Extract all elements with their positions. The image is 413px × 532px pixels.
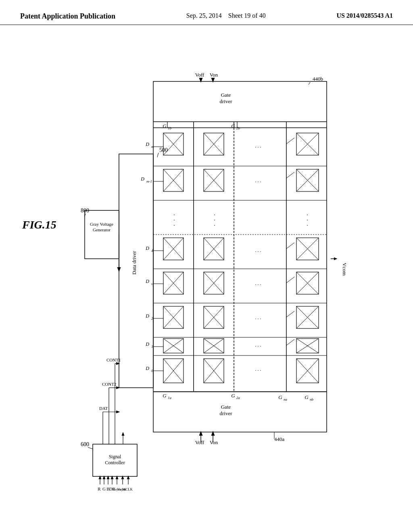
svg-text:driver: driver bbox=[219, 98, 232, 104]
svg-text:driver: driver bbox=[219, 410, 232, 416]
svg-text:. . .: . . . bbox=[255, 315, 261, 320]
svg-text:Controller: Controller bbox=[105, 460, 125, 466]
svg-text:MCLK: MCLK bbox=[122, 487, 133, 491]
publication-title: Patent Application Publication bbox=[20, 12, 115, 21]
svg-line-190 bbox=[286, 138, 294, 144]
svg-rect-0 bbox=[153, 81, 327, 122]
svg-text:. . .: . . . bbox=[255, 247, 261, 253]
svg-text:Generator: Generator bbox=[93, 227, 111, 232]
svg-text:D: D bbox=[145, 313, 149, 319]
svg-text:. . .: . . . bbox=[255, 281, 261, 286]
svg-text:2: 2 bbox=[151, 316, 153, 320]
svg-rect-151 bbox=[85, 210, 119, 259]
svg-line-193 bbox=[286, 277, 294, 283]
svg-rect-132 bbox=[153, 392, 327, 432]
svg-text:600: 600 bbox=[81, 441, 89, 447]
svg-text:. . .: . . . bbox=[255, 342, 261, 348]
svg-text:Vcom: Vcom bbox=[342, 263, 348, 276]
svg-text:Data driver: Data driver bbox=[131, 251, 137, 275]
svg-text:G: G bbox=[231, 393, 235, 399]
svg-text:440b: 440b bbox=[313, 76, 323, 82]
svg-text:s: s bbox=[151, 282, 153, 286]
svg-text:Signal: Signal bbox=[109, 454, 121, 459]
svg-text:CONT1: CONT1 bbox=[106, 357, 121, 362]
svg-text:Von: Von bbox=[210, 439, 218, 445]
svg-text:Gate: Gate bbox=[221, 92, 231, 98]
svg-text:500: 500 bbox=[159, 147, 168, 153]
svg-text:m: m bbox=[151, 145, 154, 149]
svg-text:2a: 2a bbox=[236, 396, 240, 400]
date-sheet: Sep. 25, 2014 Sheet 19 of 40 bbox=[186, 12, 266, 19]
svg-text:800: 800 bbox=[81, 208, 89, 214]
svg-text:D: D bbox=[145, 366, 149, 371]
svg-text:.: . bbox=[214, 221, 215, 227]
svg-line-194 bbox=[286, 311, 294, 317]
svg-text:Voff: Voff bbox=[195, 72, 204, 78]
svg-line-4 bbox=[309, 82, 310, 85]
svg-text:.: . bbox=[173, 221, 175, 227]
svg-text:.: . bbox=[307, 221, 308, 227]
svg-line-191 bbox=[286, 172, 294, 178]
svg-text:. . .: . . . bbox=[255, 178, 261, 183]
main-content: FIG.15 text { font-family: 'Times New Ro… bbox=[0, 25, 413, 525]
page-header: Patent Application Publication Sep. 25, … bbox=[0, 0, 413, 25]
svg-text:Gate: Gate bbox=[221, 404, 231, 410]
svg-text:D: D bbox=[145, 341, 149, 347]
svg-text:CONT2: CONT2 bbox=[102, 382, 116, 387]
svg-text:0: 0 bbox=[151, 369, 153, 373]
svg-text:D: D bbox=[140, 176, 144, 182]
svg-text:Von: Von bbox=[210, 72, 218, 78]
svg-line-192 bbox=[286, 243, 294, 249]
svg-text:D: D bbox=[145, 278, 149, 284]
svg-text:Voff: Voff bbox=[195, 439, 204, 445]
svg-text:m-1: m-1 bbox=[146, 179, 152, 183]
svg-line-163 bbox=[88, 447, 93, 449]
svg-text:G: G bbox=[163, 393, 167, 399]
svg-text:1a: 1a bbox=[168, 396, 172, 400]
svg-text:DAT: DAT bbox=[99, 406, 108, 411]
svg-line-195 bbox=[286, 339, 294, 345]
svg-text:G: G bbox=[102, 486, 106, 491]
svg-text:Gray Voltage: Gray Voltage bbox=[90, 222, 113, 227]
circuit-diagram: text { font-family: 'Times New Roman', T… bbox=[0, 57, 413, 532]
svg-text:G: G bbox=[305, 394, 309, 400]
svg-text:. . .: . . . bbox=[255, 143, 261, 149]
svg-text:nb: nb bbox=[310, 397, 314, 401]
svg-text:na: na bbox=[284, 397, 288, 401]
svg-line-150 bbox=[157, 153, 159, 157]
svg-text:R: R bbox=[98, 486, 101, 491]
svg-text:D: D bbox=[145, 245, 149, 251]
svg-text:1: 1 bbox=[151, 345, 153, 349]
svg-text:4: 4 bbox=[151, 249, 153, 253]
svg-text:440a: 440a bbox=[274, 436, 285, 442]
svg-text:1b: 1b bbox=[168, 126, 172, 130]
svg-text:D: D bbox=[145, 141, 149, 147]
patent-number: US 2014/0285543 A1 bbox=[336, 12, 393, 19]
svg-text:G: G bbox=[278, 394, 282, 400]
svg-text:. . .: . . . bbox=[255, 366, 261, 372]
